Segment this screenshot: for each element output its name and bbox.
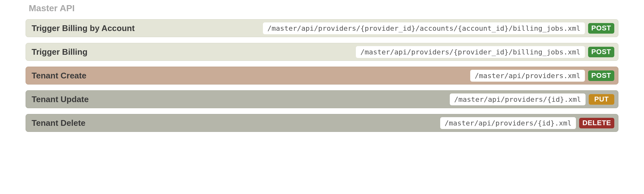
operation-row-tenant-update[interactable]: Tenant Update /master/api/providers/{id}…	[26, 90, 618, 108]
operation-right: /master/api/providers/{id}.xml DELETE	[440, 117, 614, 129]
api-operations-panel: Master API Trigger Billing by Account /m…	[0, 0, 644, 145]
operation-name: Trigger Billing by Account	[32, 23, 135, 33]
operation-right: /master/api/providers/{id}.xml PUT	[450, 93, 614, 105]
operation-path: /master/api/providers.xml	[470, 70, 585, 82]
operation-path: /master/api/providers/{id}.xml	[440, 117, 576, 129]
method-badge-put: PUT	[589, 94, 614, 105]
operation-name: Tenant Update	[32, 94, 89, 104]
operation-row-tenant-create[interactable]: Tenant Create /master/api/providers.xml …	[26, 67, 618, 85]
operation-row-tenant-delete[interactable]: Tenant Delete /master/api/providers/{id}…	[26, 114, 618, 132]
operation-path: /master/api/providers/{provider_id}/acco…	[263, 22, 585, 34]
method-badge-post: POST	[588, 47, 614, 57]
operation-path: /master/api/providers/{id}.xml	[450, 93, 586, 105]
operation-right: /master/api/providers/{provider_id}/bill…	[356, 46, 614, 58]
operation-name: Trigger Billing	[32, 47, 88, 57]
operation-row-trigger-billing[interactable]: Trigger Billing /master/api/providers/{p…	[26, 43, 618, 61]
operation-name: Tenant Create	[32, 71, 86, 81]
operation-right: /master/api/providers.xml POST	[470, 70, 614, 82]
operation-name: Tenant Delete	[32, 118, 86, 128]
operation-path: /master/api/providers/{provider_id}/bill…	[356, 46, 585, 58]
operation-right: /master/api/providers/{provider_id}/acco…	[263, 22, 614, 34]
method-badge-post: POST	[588, 23, 614, 34]
operations-list: Trigger Billing by Account /master/api/p…	[26, 19, 618, 132]
method-badge-post: POST	[588, 70, 614, 81]
operation-row-trigger-billing-by-account[interactable]: Trigger Billing by Account /master/api/p…	[26, 19, 618, 37]
method-badge-delete: DELETE	[579, 118, 614, 128]
section-title: Master API	[29, 3, 644, 13]
